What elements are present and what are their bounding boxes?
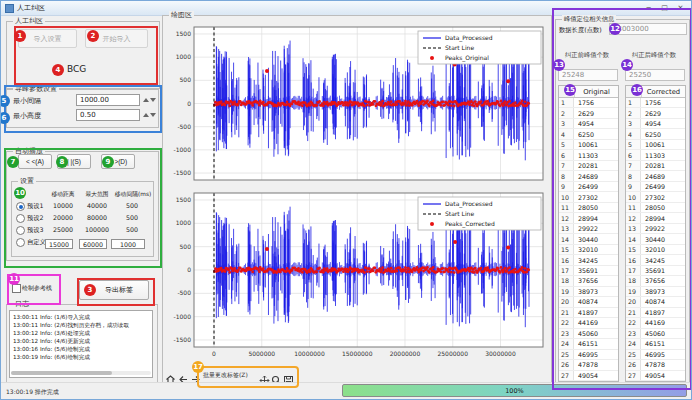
table-row[interactable]: 2244169 — [626, 318, 685, 328]
log-output[interactable]: 13:00:11 Info: (1/6)导入完成13:00:11 Info: (… — [9, 310, 153, 378]
after-count-label: 纠正后峰值个数 — [632, 51, 676, 60]
table-row[interactable]: 2244169 — [559, 318, 618, 328]
svg-text:-1000: -1000 — [174, 313, 192, 320]
table-row[interactable]: 1329922 — [626, 224, 685, 234]
preset-radio[interactable] — [16, 214, 25, 223]
table-row[interactable]: 1430440 — [626, 234, 685, 244]
preset-radio[interactable] — [16, 202, 25, 211]
maximize-button[interactable]: □ — [658, 4, 671, 12]
home-icon[interactable] — [165, 370, 176, 381]
preset-label: 预设1 — [27, 202, 44, 211]
import-settings-button[interactable]: 导入设置 — [18, 29, 77, 48]
table-row[interactable]: 11756 — [626, 98, 685, 108]
table-row[interactable]: 1228994 — [559, 213, 618, 223]
table-row[interactable]: 34954 — [626, 119, 685, 129]
original-peaks-table[interactable]: Original11756226293495446250510061611303… — [558, 85, 619, 382]
min-height-input[interactable]: 0.50 — [76, 109, 140, 121]
table-row[interactable]: 2647878 — [559, 360, 618, 370]
table-row[interactable]: 824689 — [626, 171, 685, 181]
peak-params-group-title: 寻峰参数设置 — [13, 85, 59, 93]
table-row[interactable]: 1938973 — [559, 287, 618, 297]
app-icon — [5, 4, 14, 13]
table-row[interactable]: 46250 — [559, 129, 618, 139]
preset-radio[interactable] — [16, 226, 25, 235]
svg-text:Start Line: Start Line — [445, 44, 474, 51]
table-row[interactable]: 2749054 — [559, 371, 618, 381]
svg-text:-1500: -1500 — [174, 336, 192, 343]
min-interval-input[interactable]: 1000.00 — [76, 94, 140, 106]
table-row[interactable]: 2647878 — [626, 360, 685, 370]
table-row[interactable]: 1735691 — [626, 266, 685, 276]
table-row[interactable]: 1128050 — [559, 203, 618, 213]
reference-line-checkbox[interactable] — [12, 284, 21, 293]
preset-radio[interactable] — [16, 238, 25, 247]
table-row[interactable]: 1634245 — [626, 255, 685, 265]
back-icon[interactable] — [178, 370, 189, 381]
table-row[interactable]: 720281 — [559, 161, 618, 171]
table-row[interactable]: 1430440 — [559, 234, 618, 244]
table-row[interactable]: 46250 — [626, 129, 685, 139]
table-row[interactable]: 1128050 — [626, 203, 685, 213]
minimize-button[interactable]: ─ — [642, 4, 655, 12]
table-row[interactable]: 2345060 — [559, 329, 618, 339]
table-row[interactable]: 2141897 — [559, 308, 618, 318]
svg-text:0: 0 — [187, 100, 191, 107]
table-row[interactable]: 926499 — [626, 182, 685, 192]
table-row[interactable]: 1329922 — [559, 224, 618, 234]
table-row[interactable]: 1837656 — [626, 276, 685, 286]
zoom-icon[interactable] — [271, 371, 282, 382]
table-row[interactable]: 11756 — [559, 98, 618, 108]
spin-down-icon[interactable] — [150, 113, 156, 117]
close-button[interactable]: ✕ — [674, 4, 687, 12]
svg-text:-1500: -1500 — [174, 169, 192, 176]
step-back-button[interactable]: < <(A) — [18, 154, 52, 169]
plot-group-title: 绘图区 — [169, 11, 194, 19]
table-row[interactable]: 2446151 — [559, 339, 618, 349]
corrected-peaks-table[interactable]: Corrected1175622629349544625051006161130… — [625, 85, 686, 382]
table-row[interactable]: 2749054 — [626, 371, 685, 381]
table-row[interactable]: 926499 — [559, 182, 618, 192]
custom-value-input[interactable]: 1000 — [111, 239, 145, 249]
table-row[interactable]: 2446151 — [626, 339, 685, 349]
save-icon[interactable] — [283, 371, 294, 382]
table-row[interactable]: 22629 — [559, 108, 618, 118]
signal-chart-original[interactable]: 150010005000-500-1000-1500Data_Processed… — [165, 23, 549, 185]
table-row[interactable]: 1837656 — [559, 276, 618, 286]
table-row[interactable]: 2546995 — [559, 350, 618, 360]
table-row[interactable]: 1735691 — [559, 266, 618, 276]
custom-value-input[interactable]: 60000 — [79, 239, 107, 249]
table-row[interactable]: 720281 — [626, 161, 685, 171]
table-row[interactable]: 22629 — [626, 108, 685, 118]
table-row[interactable]: 1532010 — [559, 245, 618, 255]
table-row[interactable]: 611303 — [626, 150, 685, 160]
table-row[interactable]: 1027302 — [626, 192, 685, 202]
table-row[interactable]: 2546995 — [626, 350, 685, 360]
table-row[interactable]: 1228994 — [626, 213, 685, 223]
preset-value: 100000 — [81, 226, 113, 233]
annotation-circle-11: 11 — [8, 273, 20, 285]
svg-text:Data_Processed: Data_Processed — [445, 200, 493, 208]
table-row[interactable]: 824689 — [559, 171, 618, 181]
before-count-label: 纠正前峰值个数 — [565, 51, 609, 60]
spin-up-icon[interactable] — [143, 98, 149, 102]
table-row[interactable]: 510061 — [626, 140, 685, 150]
table-row[interactable]: 510061 — [559, 140, 618, 150]
table-row[interactable]: 611303 — [559, 150, 618, 160]
svg-text:-500: -500 — [177, 289, 191, 296]
table-row[interactable]: 1634245 — [559, 255, 618, 265]
svg-text:-500: -500 — [177, 123, 191, 130]
pan-icon[interactable] — [259, 371, 270, 382]
table-row[interactable]: 1938973 — [626, 287, 685, 297]
spin-up-icon[interactable] — [143, 113, 149, 117]
table-row[interactable]: 34954 — [559, 119, 618, 129]
spin-down-icon[interactable] — [150, 98, 156, 102]
table-row[interactable]: 2345060 — [626, 329, 685, 339]
table-row[interactable]: 1532010 — [626, 245, 685, 255]
table-row[interactable]: 2040874 — [559, 297, 618, 307]
log-scrollbar[interactable] — [11, 371, 151, 375]
table-row[interactable]: 2040874 — [626, 297, 685, 307]
table-row[interactable]: 1027302 — [559, 192, 618, 202]
custom-value-input[interactable]: 15000 — [45, 239, 73, 249]
table-row[interactable]: 2141897 — [626, 308, 685, 318]
signal-chart-corrected[interactable]: 150010005000-500-1000-150005000000100000… — [165, 185, 549, 363]
